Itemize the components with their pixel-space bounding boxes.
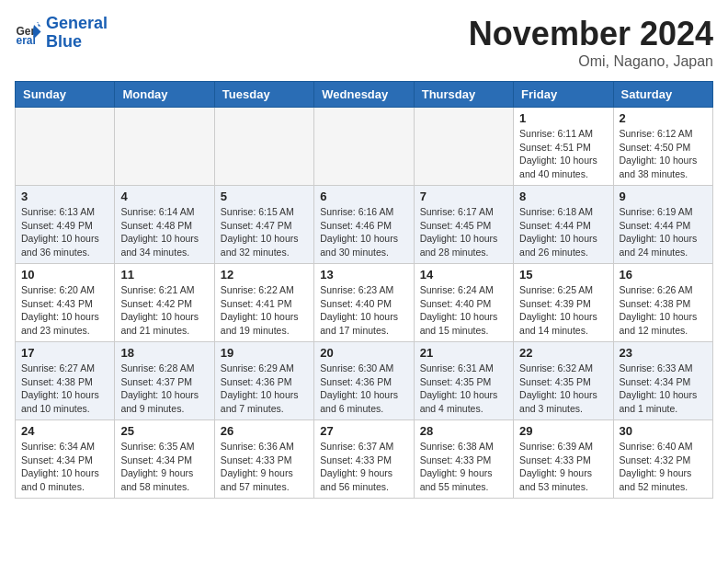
calendar-cell (314, 108, 414, 186)
week-row-3: 10Sunrise: 6:20 AM Sunset: 4:43 PM Dayli… (16, 264, 713, 342)
day-info: Sunrise: 6:23 AM Sunset: 4:40 PM Dayligh… (320, 283, 407, 338)
day-info: Sunrise: 6:38 AM Sunset: 4:33 PM Dayligh… (420, 440, 507, 494)
calendar-cell: 24Sunrise: 6:34 AM Sunset: 4:34 PM Dayli… (16, 420, 115, 499)
day-number: 1 (519, 111, 607, 125)
day-info: Sunrise: 6:25 AM Sunset: 4:39 PM Dayligh… (519, 283, 607, 338)
logo-text: General Blue (46, 15, 108, 52)
day-info: Sunrise: 6:17 AM Sunset: 4:45 PM Dayligh… (420, 205, 507, 259)
day-number: 12 (221, 268, 308, 282)
day-info: Sunrise: 6:12 AM Sunset: 4:50 PM Dayligh… (620, 127, 707, 181)
title-area: November 2024 Omi, Nagano, Japan (469, 15, 713, 70)
day-info: Sunrise: 6:13 AM Sunset: 4:49 PM Dayligh… (21, 205, 108, 259)
day-info: Sunrise: 6:36 AM Sunset: 4:33 PM Dayligh… (221, 440, 308, 494)
day-number: 16 (620, 268, 707, 282)
week-row-5: 24Sunrise: 6:34 AM Sunset: 4:34 PM Dayli… (16, 420, 713, 499)
day-number: 4 (120, 190, 208, 203)
day-number: 24 (21, 424, 108, 438)
calendar-cell: 8Sunrise: 6:18 AM Sunset: 4:44 PM Daylig… (514, 186, 613, 264)
week-row-2: 3Sunrise: 6:13 AM Sunset: 4:49 PM Daylig… (16, 186, 713, 264)
day-info: Sunrise: 6:40 AM Sunset: 4:32 PM Dayligh… (620, 440, 707, 494)
calendar-cell (16, 108, 115, 186)
calendar-cell: 27Sunrise: 6:37 AM Sunset: 4:33 PM Dayli… (314, 420, 414, 499)
day-number: 7 (420, 190, 507, 203)
calendar-cell: 2Sunrise: 6:12 AM Sunset: 4:50 PM Daylig… (613, 108, 712, 186)
calendar-cell: 20Sunrise: 6:30 AM Sunset: 4:36 PM Dayli… (314, 342, 414, 420)
day-number: 18 (120, 346, 208, 360)
calendar-cell: 23Sunrise: 6:33 AM Sunset: 4:34 PM Dayli… (613, 342, 712, 420)
calendar-cell: 11Sunrise: 6:21 AM Sunset: 4:42 PM Dayli… (115, 264, 214, 342)
calendar-cell: 25Sunrise: 6:35 AM Sunset: 4:34 PM Dayli… (115, 420, 214, 499)
calendar-cell: 1Sunrise: 6:11 AM Sunset: 4:51 PM Daylig… (514, 108, 613, 186)
calendar-cell: 14Sunrise: 6:24 AM Sunset: 4:40 PM Dayli… (414, 264, 513, 342)
day-info: Sunrise: 6:32 AM Sunset: 4:35 PM Dayligh… (519, 362, 607, 416)
day-number: 5 (221, 190, 308, 203)
calendar-cell: 19Sunrise: 6:29 AM Sunset: 4:36 PM Dayli… (214, 342, 313, 420)
day-number: 21 (420, 346, 507, 360)
calendar-cell: 29Sunrise: 6:39 AM Sunset: 4:33 PM Dayli… (514, 420, 613, 499)
calendar: SundayMondayTuesdayWednesdayThursdayFrid… (15, 81, 713, 499)
day-number: 13 (320, 268, 407, 282)
calendar-cell (414, 108, 513, 186)
day-number: 10 (21, 268, 108, 282)
day-info: Sunrise: 6:16 AM Sunset: 4:46 PM Dayligh… (320, 205, 407, 259)
calendar-cell: 12Sunrise: 6:22 AM Sunset: 4:41 PM Dayli… (214, 264, 313, 342)
day-number: 2 (620, 111, 707, 125)
weekday-header-wednesday: Wednesday (314, 82, 414, 108)
day-number: 8 (519, 190, 607, 203)
calendar-cell: 10Sunrise: 6:20 AM Sunset: 4:43 PM Dayli… (16, 264, 115, 342)
day-info: Sunrise: 6:35 AM Sunset: 4:34 PM Dayligh… (120, 440, 208, 494)
week-row-1: 1Sunrise: 6:11 AM Sunset: 4:51 PM Daylig… (16, 108, 713, 186)
weekday-header-row: SundayMondayTuesdayWednesdayThursdayFrid… (16, 82, 713, 108)
day-info: Sunrise: 6:20 AM Sunset: 4:43 PM Dayligh… (21, 283, 108, 338)
day-number: 3 (21, 190, 108, 203)
weekday-header-monday: Monday (115, 82, 214, 108)
day-number: 14 (420, 268, 507, 282)
calendar-cell: 17Sunrise: 6:27 AM Sunset: 4:38 PM Dayli… (16, 342, 115, 420)
day-number: 28 (420, 424, 507, 438)
calendar-cell: 22Sunrise: 6:32 AM Sunset: 4:35 PM Dayli… (514, 342, 613, 420)
day-number: 26 (221, 424, 308, 438)
day-number: 25 (120, 424, 208, 438)
calendar-cell: 9Sunrise: 6:19 AM Sunset: 4:44 PM Daylig… (613, 186, 712, 264)
calendar-cell: 28Sunrise: 6:38 AM Sunset: 4:33 PM Dayli… (414, 420, 513, 499)
calendar-cell (115, 108, 214, 186)
day-number: 19 (221, 346, 308, 360)
day-info: Sunrise: 6:33 AM Sunset: 4:34 PM Dayligh… (620, 362, 707, 416)
day-number: 20 (320, 346, 407, 360)
day-info: Sunrise: 6:18 AM Sunset: 4:44 PM Dayligh… (519, 205, 607, 259)
calendar-cell: 26Sunrise: 6:36 AM Sunset: 4:33 PM Dayli… (214, 420, 313, 499)
day-info: Sunrise: 6:29 AM Sunset: 4:36 PM Dayligh… (221, 362, 308, 416)
weekday-header-tuesday: Tuesday (214, 82, 313, 108)
calendar-cell: 15Sunrise: 6:25 AM Sunset: 4:39 PM Dayli… (514, 264, 613, 342)
calendar-cell: 30Sunrise: 6:40 AM Sunset: 4:32 PM Dayli… (613, 420, 712, 499)
logo-line2: Blue (46, 32, 82, 51)
day-number: 17 (21, 346, 108, 360)
day-info: Sunrise: 6:30 AM Sunset: 4:36 PM Dayligh… (320, 362, 407, 416)
day-number: 22 (519, 346, 607, 360)
calendar-cell: 16Sunrise: 6:26 AM Sunset: 4:38 PM Dayli… (613, 264, 712, 342)
day-info: Sunrise: 6:21 AM Sunset: 4:42 PM Dayligh… (120, 283, 208, 338)
calendar-cell: 4Sunrise: 6:14 AM Sunset: 4:48 PM Daylig… (115, 186, 214, 264)
day-info: Sunrise: 6:39 AM Sunset: 4:33 PM Dayligh… (519, 440, 607, 494)
day-number: 29 (519, 424, 607, 438)
day-info: Sunrise: 6:26 AM Sunset: 4:38 PM Dayligh… (620, 283, 707, 338)
day-number: 30 (620, 424, 707, 438)
month-title: November 2024 (469, 15, 713, 53)
calendar-cell: 18Sunrise: 6:28 AM Sunset: 4:37 PM Dayli… (115, 342, 214, 420)
calendar-cell: 3Sunrise: 6:13 AM Sunset: 4:49 PM Daylig… (16, 186, 115, 264)
day-info: Sunrise: 6:27 AM Sunset: 4:38 PM Dayligh… (21, 362, 108, 416)
day-info: Sunrise: 6:37 AM Sunset: 4:33 PM Dayligh… (320, 440, 407, 494)
day-info: Sunrise: 6:15 AM Sunset: 4:47 PM Dayligh… (221, 205, 308, 259)
svg-text:eral: eral (17, 34, 36, 47)
calendar-cell: 6Sunrise: 6:16 AM Sunset: 4:46 PM Daylig… (314, 186, 414, 264)
location: Omi, Nagano, Japan (469, 53, 713, 70)
day-info: Sunrise: 6:24 AM Sunset: 4:40 PM Dayligh… (420, 283, 507, 338)
day-number: 11 (120, 268, 208, 282)
day-number: 23 (620, 346, 707, 360)
day-number: 27 (320, 424, 407, 438)
week-row-4: 17Sunrise: 6:27 AM Sunset: 4:38 PM Dayli… (16, 342, 713, 420)
day-number: 9 (620, 190, 707, 203)
day-info: Sunrise: 6:19 AM Sunset: 4:44 PM Dayligh… (620, 205, 707, 259)
weekday-header-thursday: Thursday (414, 82, 513, 108)
day-info: Sunrise: 6:31 AM Sunset: 4:35 PM Dayligh… (420, 362, 507, 416)
